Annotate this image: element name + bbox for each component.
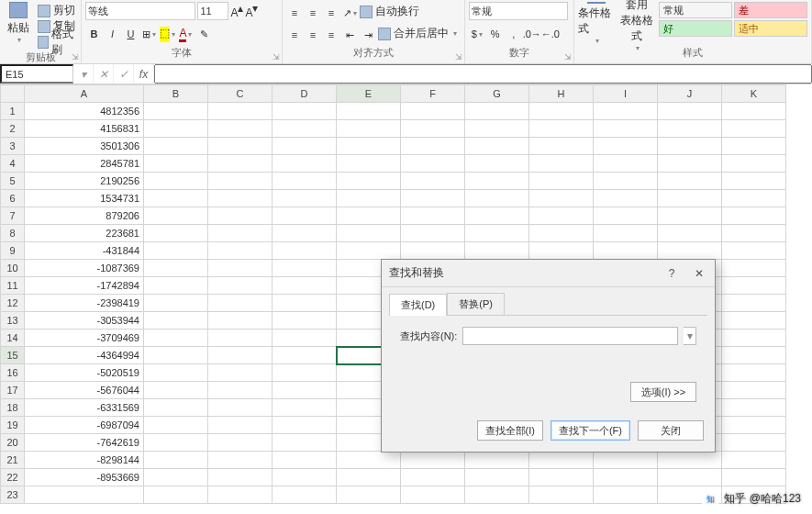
insert-function-button[interactable]: fx: [134, 64, 154, 84]
cell-A13[interactable]: -3053944: [25, 312, 144, 330]
cell-C4[interactable]: [208, 155, 273, 173]
cell-K17[interactable]: [722, 382, 786, 399]
dialog-launcher-icon[interactable]: ⇲: [273, 52, 280, 61]
cell-F9[interactable]: [401, 242, 465, 260]
underline-button[interactable]: U: [122, 26, 139, 42]
cell-C19[interactable]: [208, 417, 273, 434]
worksheet[interactable]: ABCDEFGHIJK14812356241568313350130642845…: [0, 84, 812, 514]
cell-D15[interactable]: [273, 347, 337, 364]
cell-C17[interactable]: [208, 382, 273, 399]
cell-F22[interactable]: [401, 469, 465, 486]
cell-C3[interactable]: [208, 138, 273, 155]
cell-A19[interactable]: -6987094: [25, 417, 144, 434]
decrease-font-button[interactable]: A▾: [245, 2, 258, 20]
cell-G22[interactable]: [465, 469, 529, 486]
cell-D9[interactable]: [273, 242, 337, 260]
row-header-18[interactable]: 18: [1, 399, 25, 417]
cell-A7[interactable]: 879206: [25, 207, 144, 225]
cell-B13[interactable]: [144, 312, 208, 330]
cell-C21[interactable]: [208, 452, 273, 469]
cell-K6[interactable]: [722, 190, 786, 207]
row-header-8[interactable]: 8: [1, 225, 25, 242]
cell-F7[interactable]: [401, 207, 465, 225]
cell-B23[interactable]: [144, 486, 208, 504]
font-color-button[interactable]: A▾: [177, 26, 194, 42]
cell-E4[interactable]: [337, 155, 401, 173]
cell-E8[interactable]: [337, 225, 401, 242]
col-header-F[interactable]: F: [401, 85, 465, 103]
cell-J23[interactable]: [658, 486, 722, 504]
increase-indent-button[interactable]: ⇥: [360, 27, 376, 43]
dialog-launcher-icon[interactable]: ⇲: [72, 52, 79, 61]
italic-button[interactable]: I: [104, 26, 120, 42]
row-header-16[interactable]: 16: [1, 364, 25, 382]
cell-J4[interactable]: [658, 155, 722, 173]
cell-H5[interactable]: [529, 173, 594, 190]
cell-G4[interactable]: [465, 155, 529, 173]
cell-C5[interactable]: [208, 173, 273, 190]
cell-B8[interactable]: [144, 225, 208, 242]
row-header-21[interactable]: 21: [1, 452, 25, 469]
cell-A2[interactable]: 4156831: [25, 120, 144, 138]
phonetic-button[interactable]: ✎: [195, 26, 212, 42]
row-header-23[interactable]: 23: [1, 486, 25, 504]
cell-I9[interactable]: [594, 242, 658, 260]
options-button[interactable]: 选项(I) >>: [630, 382, 696, 402]
cell-K18[interactable]: [722, 399, 786, 417]
cell-H23[interactable]: [529, 486, 594, 504]
cell-A10[interactable]: -1087369: [25, 260, 144, 277]
cell-G21[interactable]: [465, 452, 529, 469]
cell-A22[interactable]: -8953669: [25, 469, 144, 486]
cell-K14[interactable]: [722, 330, 786, 347]
cell-K8[interactable]: [722, 225, 786, 242]
cell-F8[interactable]: [401, 225, 465, 242]
cell-H4[interactable]: [529, 155, 594, 173]
cell-H3[interactable]: [529, 138, 594, 155]
cell-F21[interactable]: [401, 452, 465, 469]
cell-H6[interactable]: [529, 190, 594, 207]
cell-H7[interactable]: [529, 207, 594, 225]
col-header-J[interactable]: J: [658, 85, 722, 103]
cell-E23[interactable]: [337, 486, 401, 504]
cell-I21[interactable]: [594, 452, 658, 469]
cell-H2[interactable]: [529, 120, 594, 138]
cell-C9[interactable]: [208, 242, 273, 260]
cell-K3[interactable]: [722, 138, 786, 155]
cell-F2[interactable]: [401, 120, 465, 138]
cell-B16[interactable]: [144, 364, 208, 382]
cell-B21[interactable]: [144, 452, 208, 469]
row-header-7[interactable]: 7: [1, 207, 25, 225]
cell-C13[interactable]: [208, 312, 273, 330]
cell-K22[interactable]: [722, 469, 786, 486]
name-box[interactable]: [0, 64, 73, 84]
cell-F3[interactable]: [401, 138, 465, 155]
wrap-text-button[interactable]: 自动换行: [360, 5, 419, 18]
cell-D12[interactable]: [273, 295, 337, 312]
cell-I2[interactable]: [594, 120, 658, 138]
cell-E7[interactable]: [337, 207, 401, 225]
cell-A21[interactable]: -8298144: [25, 452, 144, 469]
cell-E22[interactable]: [337, 469, 401, 486]
accounting-format-button[interactable]: $▾: [469, 26, 485, 42]
cell-B17[interactable]: [144, 382, 208, 399]
cell-G8[interactable]: [465, 225, 529, 242]
col-header-I[interactable]: I: [594, 85, 658, 103]
cell-A12[interactable]: -2398419: [25, 295, 144, 312]
col-header-D[interactable]: D: [273, 85, 337, 103]
cell-C23[interactable]: [208, 486, 273, 504]
cell-A8[interactable]: 223681: [25, 225, 144, 242]
col-header-K[interactable]: K: [722, 85, 786, 103]
cell-F6[interactable]: [401, 190, 465, 207]
cell-D11[interactable]: [273, 277, 337, 295]
cell-B22[interactable]: [144, 469, 208, 486]
cell-B12[interactable]: [144, 295, 208, 312]
comma-format-button[interactable]: ,: [506, 26, 522, 42]
cell-E1[interactable]: [337, 103, 401, 120]
col-header-G[interactable]: G: [465, 85, 529, 103]
row-header-11[interactable]: 11: [1, 277, 25, 295]
row-header-12[interactable]: 12: [1, 295, 25, 312]
cell-G23[interactable]: [465, 486, 529, 504]
cell-J3[interactable]: [658, 138, 722, 155]
dialog-close-button[interactable]: ✕: [691, 267, 707, 280]
row-header-22[interactable]: 22: [1, 469, 25, 486]
